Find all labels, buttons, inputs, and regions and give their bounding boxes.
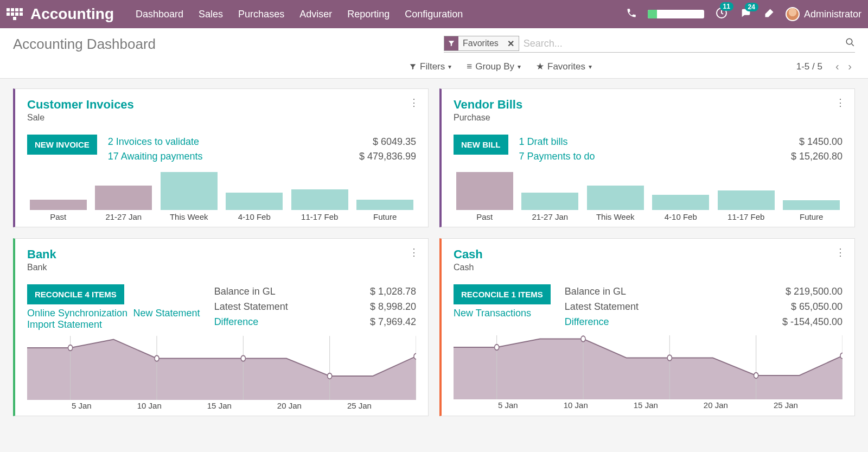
bar [521, 193, 578, 210]
menu-reporting[interactable]: Reporting [347, 9, 390, 20]
implementation-progress[interactable] [648, 10, 704, 18]
card-vendor-bills[interactable]: ⋮ Vendor Bills Purchase NEW BILL 1 Draft… [439, 88, 855, 227]
pager-next[interactable]: › [845, 60, 855, 72]
new-invoice-button[interactable]: NEW INVOICE [27, 135, 97, 155]
bar-label: 11-17 Feb [727, 212, 764, 221]
app-title[interactable]: Accounting [30, 5, 114, 23]
menu-adviser[interactable]: Adviser [299, 9, 332, 20]
bar [456, 172, 513, 210]
link-new-statement[interactable]: New Statement [133, 308, 200, 319]
groupby-label: Group By [475, 61, 514, 72]
amount-awaiting-payments: $ 479,836.99 [359, 149, 416, 164]
svg-point-10 [328, 373, 332, 379]
bar [783, 200, 840, 210]
bar [226, 193, 283, 210]
card-menu-icon[interactable]: ⋮ [835, 97, 846, 109]
card-menu-icon[interactable]: ⋮ [409, 97, 419, 109]
card-cash[interactable]: ⋮ Cash Cash RECONCILE 1 ITEMS New Transa… [439, 238, 855, 416]
card-title[interactable]: Cash [454, 247, 843, 262]
apps-launcher-icon[interactable] [7, 6, 23, 22]
tick-label: 5 Jan [498, 400, 518, 410]
link-new-transactions[interactable]: New Transactions [454, 308, 531, 319]
value-balance-gl: $ 219,500.00 [782, 284, 843, 300]
favorites-label: Favorites [547, 61, 585, 72]
phone-icon[interactable] [626, 8, 637, 21]
app-header: Accounting Dashboard Sales Purchases Adv… [0, 0, 868, 28]
link-difference[interactable]: Difference [565, 315, 639, 330]
card-title[interactable]: Customer Invoices [27, 98, 416, 112]
card-title[interactable]: Vendor Bills [454, 98, 843, 112]
chevron-down-icon: ▾ [448, 63, 451, 71]
search-facet-favorites: Favorites ✕ [444, 36, 519, 51]
activities-icon[interactable]: 11 [715, 7, 728, 22]
search-bar[interactable]: Favorites ✕ [444, 36, 855, 53]
avatar [786, 7, 800, 21]
link-awaiting-payments[interactable]: 17 Awaiting payments [108, 149, 348, 164]
link-draft-bills[interactable]: 1 Draft bills [519, 135, 780, 149]
chevron-down-icon: ▾ [589, 63, 592, 71]
link-import-statement[interactable]: Import Statement [27, 319, 102, 330]
value-balance-gl: $ 1,028.78 [370, 284, 416, 300]
bar [161, 172, 218, 210]
card-bank[interactable]: ⋮ Bank Bank RECONCILE 4 ITEMS Online Syn… [13, 238, 429, 416]
link-invoices-to-validate[interactable]: 2 Invoices to validate [108, 135, 348, 149]
menu-purchases[interactable]: Purchases [238, 9, 284, 20]
bank-line-chart [27, 336, 416, 400]
cash-line-chart [454, 335, 843, 399]
svg-point-1 [846, 39, 852, 44]
bar-label: 11-17 Feb [301, 212, 338, 221]
tick-label: 10 Jan [137, 401, 162, 410]
amount-payments-to-do: $ 15,260.80 [791, 149, 843, 164]
tick-label: 20 Jan [704, 400, 728, 410]
facet-label: Favorites [458, 39, 503, 48]
bar-label: 21-27 Jan [105, 212, 142, 221]
pager-prev[interactable]: ‹ [832, 60, 843, 72]
label-balance-gl: Balance in GL [565, 284, 639, 300]
filters-dropdown[interactable]: Filters ▾ [409, 61, 451, 72]
svg-point-21 [840, 353, 843, 358]
main-menu: Dashboard Sales Purchases Adviser Report… [136, 9, 463, 20]
list-icon: ≡ [467, 61, 472, 72]
tick-label: 25 Jan [774, 400, 798, 410]
link-difference[interactable]: Difference [214, 315, 288, 330]
search-input[interactable] [519, 37, 845, 50]
messages-icon[interactable]: 24 [739, 7, 753, 21]
svg-point-19 [667, 355, 672, 360]
search-icon[interactable] [845, 37, 855, 50]
tick-label: 25 Jan [347, 401, 372, 410]
svg-point-18 [581, 336, 585, 341]
bar [291, 189, 348, 210]
facet-remove-icon[interactable]: ✕ [503, 39, 519, 49]
value-difference: $ 7,969.42 [370, 315, 416, 330]
card-title[interactable]: Bank [27, 247, 416, 262]
groupby-dropdown[interactable]: ≡ Group By ▾ [467, 61, 521, 72]
amount-invoices-to-validate: $ 6049.35 [359, 135, 416, 149]
link-online-sync[interactable]: Online Synchronization [27, 308, 127, 319]
user-menu[interactable]: Administrator [786, 7, 861, 21]
bar-label: Future [800, 212, 823, 221]
bar [652, 195, 709, 210]
tick-label: 20 Jan [277, 401, 302, 410]
svg-point-8 [155, 355, 159, 361]
amount-draft-bills: $ 1450.00 [791, 135, 843, 149]
card-menu-icon[interactable]: ⋮ [409, 246, 419, 258]
card-menu-icon[interactable]: ⋮ [835, 246, 846, 258]
value-difference: $ -154,450.00 [782, 315, 843, 330]
favorites-dropdown[interactable]: ★ Favorites ▾ [536, 61, 592, 72]
tick-label: 10 Jan [564, 400, 588, 410]
menu-configuration[interactable]: Configuration [405, 9, 463, 20]
card-customer-invoices[interactable]: ⋮ Customer Invoices Sale NEW INVOICE 2 I… [13, 88, 429, 227]
menu-dashboard[interactable]: Dashboard [136, 9, 183, 20]
control-panel: Accounting Dashboard Favorites ✕ Filters… [0, 28, 868, 79]
new-bill-button[interactable]: NEW BILL [454, 135, 508, 155]
link-payments-to-do[interactable]: 7 Payments to do [519, 149, 780, 164]
bar [95, 186, 152, 210]
menu-sales[interactable]: Sales [199, 9, 223, 20]
pager-count[interactable]: 1-5 / 5 [796, 61, 822, 72]
debug-icon[interactable] [764, 8, 775, 21]
tick-label: 5 Jan [72, 401, 92, 410]
reconcile-cash-button[interactable]: RECONCILE 1 ITEMS [454, 284, 551, 304]
reconcile-bank-button[interactable]: RECONCILE 4 ITEMS [27, 284, 124, 304]
svg-point-17 [495, 345, 499, 350]
bar [356, 200, 413, 210]
